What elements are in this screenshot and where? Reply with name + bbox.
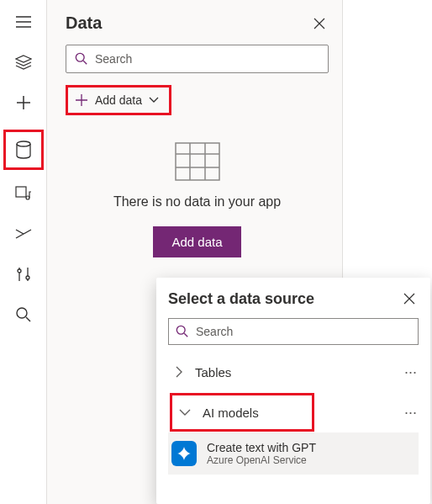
flows-button[interactable]	[5, 217, 42, 251]
ai-models-label: AI models	[203, 406, 312, 420]
tables-section[interactable]: Tables ···	[168, 352, 419, 392]
plus-icon	[75, 93, 88, 107]
popup-search-input[interactable]	[196, 325, 411, 338]
gpt-item-title: Create text with GPT	[207, 441, 316, 454]
close-icon	[403, 293, 415, 305]
flows-icon	[15, 227, 32, 241]
hamburger-icon	[16, 16, 31, 28]
close-popup-button[interactable]	[400, 289, 419, 308]
search-icon	[16, 307, 31, 322]
search-button[interactable]	[5, 298, 42, 332]
ai-models-highlight: AI models	[170, 393, 314, 432]
data-button-highlight	[3, 130, 44, 170]
panel-header: Data	[66, 13, 329, 33]
svg-point-3	[18, 269, 21, 273]
svg-point-0	[17, 141, 30, 146]
close-panel-button[interactable]	[310, 14, 329, 33]
search-icon	[176, 325, 189, 338]
svg-rect-7	[176, 143, 219, 180]
sparkle-icon	[176, 446, 192, 461]
panel-title: Data	[66, 13, 102, 33]
empty-state: There is no data in your app Add data	[66, 142, 329, 257]
svg-point-4	[26, 276, 29, 279]
tools-icon	[16, 266, 31, 283]
gpt-item-texts: Create text with GPT Azure OpenAI Servic…	[207, 441, 316, 466]
chevron-down-icon	[179, 408, 191, 416]
insert-button[interactable]	[5, 86, 42, 119]
add-data-label: Add data	[95, 93, 142, 107]
svg-point-5	[17, 308, 27, 318]
data-source-popup: Select a data source Tables ··· AI model…	[156, 278, 430, 504]
hamburger-button[interactable]	[5, 5, 42, 39]
ai-models-section[interactable]: AI models ···	[168, 392, 419, 432]
panel-search[interactable]	[66, 45, 329, 73]
gpt-item[interactable]: Create text with GPT Azure OpenAI Servic…	[168, 432, 419, 475]
chevron-right-icon	[175, 366, 183, 378]
popup-title: Select a data source	[168, 290, 314, 308]
media-button[interactable]	[5, 177, 42, 210]
nav-rail	[0, 0, 47, 504]
azure-openai-icon	[171, 441, 197, 466]
data-button[interactable]	[15, 141, 32, 159]
search-icon	[75, 52, 88, 66]
tables-more-button[interactable]: ···	[404, 363, 417, 381]
close-icon	[313, 18, 325, 29]
plus-icon	[16, 95, 31, 110]
tree-view-button[interactable]	[5, 45, 42, 79]
svg-point-6	[76, 53, 84, 61]
media-icon	[15, 186, 32, 201]
tools-button[interactable]	[5, 257, 42, 291]
svg-point-8	[176, 326, 185, 334]
svg-rect-1	[16, 187, 26, 197]
popup-search[interactable]	[168, 318, 419, 345]
add-data-button[interactable]: Add data	[153, 226, 240, 257]
ai-models-more-button[interactable]: ···	[404, 404, 417, 422]
empty-message: There is no data in your app	[113, 194, 281, 210]
gpt-item-subtitle: Azure OpenAI Service	[207, 454, 316, 466]
database-icon	[15, 141, 32, 159]
layers-icon	[15, 55, 32, 70]
tables-label: Tables	[195, 365, 392, 379]
add-data-dropdown[interactable]: Add data	[66, 85, 171, 115]
table-icon	[175, 142, 220, 181]
popup-header: Select a data source	[168, 289, 419, 308]
panel-search-input[interactable]	[95, 52, 319, 66]
chevron-down-icon	[149, 97, 159, 103]
